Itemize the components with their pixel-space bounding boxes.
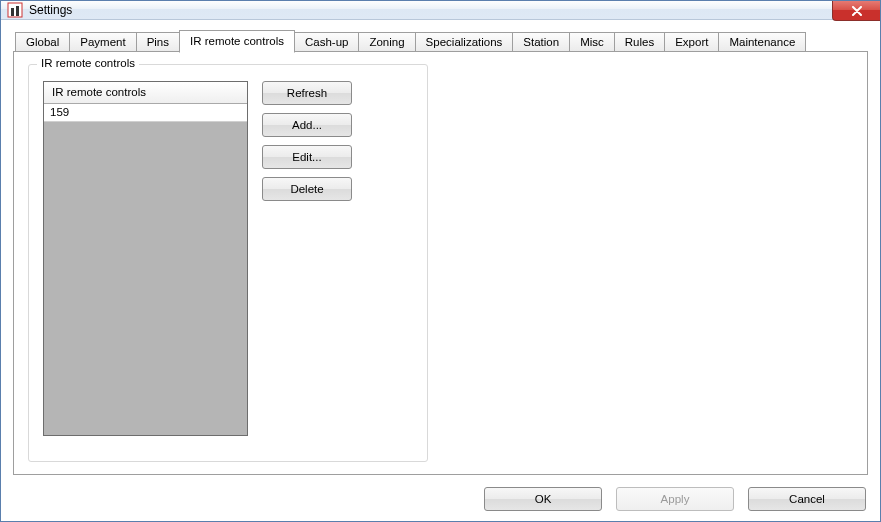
close-icon xyxy=(851,6,863,16)
svg-rect-0 xyxy=(8,3,22,17)
cancel-button[interactable]: Cancel xyxy=(748,487,866,511)
tabstrip: Global Payment Pins IR remote controls C… xyxy=(15,30,868,52)
tab-maintenance[interactable]: Maintenance xyxy=(718,32,806,52)
tab-global[interactable]: Global xyxy=(15,32,70,52)
tab-zoning[interactable]: Zoning xyxy=(358,32,415,52)
tab-misc[interactable]: Misc xyxy=(569,32,615,52)
button-column: Refresh Add... Edit... Delete xyxy=(262,81,352,436)
svg-rect-2 xyxy=(16,6,19,16)
grid-empty-area xyxy=(44,122,247,435)
ok-button[interactable]: OK xyxy=(484,487,602,511)
tabpanel: IR remote controls IR remote controls 15… xyxy=(13,51,868,475)
apply-button: Apply xyxy=(616,487,734,511)
tab-cash-up[interactable]: Cash-up xyxy=(294,32,359,52)
grid-row[interactable]: 159 xyxy=(44,104,247,122)
close-button[interactable] xyxy=(832,1,880,21)
tab-rules[interactable]: Rules xyxy=(614,32,665,52)
settings-window: Settings Global Payment Pins IR remote c… xyxy=(0,0,881,522)
tab-payment[interactable]: Payment xyxy=(69,32,136,52)
grid-column-header[interactable]: IR remote controls xyxy=(44,82,247,104)
groupbox-ir-remote-controls: IR remote controls IR remote controls 15… xyxy=(28,64,428,462)
titlebar: Settings xyxy=(1,1,880,20)
client-area: Global Payment Pins IR remote controls C… xyxy=(1,20,880,487)
tab-specializations[interactable]: Specializations xyxy=(415,32,514,52)
svg-rect-1 xyxy=(11,8,14,16)
refresh-button[interactable]: Refresh xyxy=(262,81,352,105)
window-title: Settings xyxy=(29,3,72,17)
groupbox-title: IR remote controls xyxy=(37,57,139,69)
dialog-footer: OK Apply Cancel xyxy=(1,487,880,521)
tab-ir-remote-controls[interactable]: IR remote controls xyxy=(179,30,295,53)
edit-button[interactable]: Edit... xyxy=(262,145,352,169)
groupbox-inner: IR remote controls 159 Refresh Add... Ed… xyxy=(43,81,413,436)
app-icon xyxy=(7,2,23,18)
add-button[interactable]: Add... xyxy=(262,113,352,137)
tab-station[interactable]: Station xyxy=(512,32,570,52)
tab-export[interactable]: Export xyxy=(664,32,719,52)
ir-remote-grid[interactable]: IR remote controls 159 xyxy=(43,81,248,436)
tab-pins[interactable]: Pins xyxy=(136,32,180,52)
delete-button[interactable]: Delete xyxy=(262,177,352,201)
